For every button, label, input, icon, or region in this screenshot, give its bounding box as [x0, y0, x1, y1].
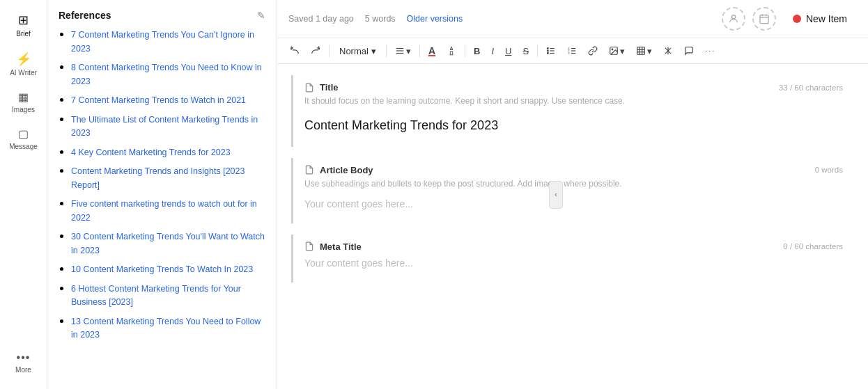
references-header: References ✎: [47, 0, 277, 28]
toolbar-sep-4: [465, 45, 465, 57]
table-chevron-icon: ▾: [647, 46, 652, 56]
word-count: 5 words: [365, 14, 396, 24]
editor-area: Saved 1 day ago 5 words Older versions N…: [277, 0, 868, 389]
top-bar: Saved 1 day ago 5 words Older versions N…: [277, 0, 868, 38]
image-chevron-icon: ▾: [620, 46, 625, 56]
images-icon: ▦: [18, 90, 29, 104]
more-toolbar-button[interactable]: ···: [701, 44, 720, 58]
style-label: Normal: [339, 46, 369, 56]
references-panel: References ✎ 7 Content Marketing Trends …: [47, 0, 277, 389]
title-section-icon: [304, 83, 314, 93]
article-body-title: Article Body: [304, 165, 373, 175]
highlight-button[interactable]: [442, 43, 460, 58]
comment-button[interactable]: [680, 43, 698, 58]
saved-info: Saved 1 day ago: [288, 14, 354, 24]
redo-button[interactable]: [307, 43, 325, 58]
svg-point-14: [548, 50, 549, 51]
svg-rect-1: [760, 15, 768, 24]
toolbar-sep-5: [537, 45, 538, 57]
toolbar: Normal ▾ ▾ A B I U S 123 ▾: [277, 38, 868, 64]
formula-button[interactable]: [659, 43, 677, 58]
title-hint: It should focus on the learning outcome.…: [293, 95, 854, 113]
reference-link[interactable]: 10 Content Marketing Trends To Watch In …: [71, 264, 253, 274]
sidebar-item-message[interactable]: ▢ Message: [4, 123, 43, 154]
table-button[interactable]: ▾: [632, 43, 656, 59]
article-body-section: Article Body 0 words Use subheadings and…: [291, 158, 854, 223]
reference-link[interactable]: 30 Content Marketing Trends You'll Want …: [71, 232, 265, 255]
align-button[interactable]: ▾: [391, 43, 415, 59]
meta-title-content-area[interactable]: Your content goes here...: [293, 255, 854, 283]
align-chevron-icon: ▾: [406, 46, 411, 56]
toolbar-sep-1: [329, 45, 330, 57]
reference-link[interactable]: Five content marketing trends to watch o…: [71, 199, 257, 223]
italic-button[interactable]: I: [487, 43, 498, 59]
meta-title-char-count: 0 / 60 characters: [783, 242, 843, 251]
meta-title-icon: [304, 241, 314, 251]
reference-link[interactable]: 13 Content Marketing Trends You Need to …: [71, 317, 261, 340]
article-body-content-area[interactable]: Your content goes here...: [293, 196, 854, 223]
content-area: Title 33 / 60 characters It should focus…: [277, 64, 868, 389]
link-button[interactable]: [584, 43, 602, 58]
ai-writer-icon: ⚡: [16, 51, 31, 67]
undo-button[interactable]: [286, 43, 304, 58]
numbered-list-button[interactable]: 123: [563, 43, 581, 58]
style-dropdown[interactable]: Normal ▾: [334, 43, 382, 59]
reference-link[interactable]: The Ultimate List of Content Marketing T…: [71, 115, 258, 138]
references-title: References: [59, 10, 111, 21]
font-color-button[interactable]: A: [424, 42, 440, 59]
article-body-header: Article Body 0 words: [293, 158, 854, 178]
title-section-header: Title 33 / 60 characters: [293, 75, 854, 95]
svg-point-23: [612, 49, 613, 50]
calendar-icon[interactable]: [752, 7, 776, 31]
message-icon: ▢: [18, 127, 29, 141]
references-list: 7 Content Marketing Trends You Can't Ign…: [47, 28, 277, 389]
reference-link[interactable]: Content Marketing Trends and Insights [2…: [71, 166, 245, 190]
toolbar-sep-2: [386, 45, 387, 57]
article-body-word-count: 0 words: [815, 166, 843, 174]
meta-title-section: Meta Title 0 / 60 characters Your conten…: [291, 235, 854, 283]
svg-rect-8: [450, 51, 453, 55]
reference-link[interactable]: 4 Key Content Marketing Trends for 2023: [71, 148, 231, 157]
title-content-area[interactable]: Content Marketing Trends for 2023: [293, 113, 854, 147]
reference-link[interactable]: 7 Content Marketing Trends You Can't Ign…: [71, 30, 254, 54]
bold-button[interactable]: B: [470, 43, 484, 59]
edit-icon[interactable]: ✎: [257, 10, 265, 21]
meta-title-title: Meta Title: [304, 241, 362, 252]
new-item-button[interactable]: New Item: [783, 9, 857, 29]
title-section: Title 33 / 60 characters It should focus…: [291, 75, 854, 147]
article-body-hint: Use subheadings and bullets to keep the …: [293, 178, 854, 196]
reference-link[interactable]: 7 Content Marketing Trends to Watch in 2…: [71, 95, 246, 105]
title-char-count: 33 / 60 characters: [779, 84, 843, 92]
svg-text:3: 3: [568, 51, 570, 55]
meta-title-header: Meta Title 0 / 60 characters: [293, 235, 854, 255]
older-versions-link[interactable]: Older versions: [407, 14, 463, 24]
title-section-title: Title: [304, 82, 339, 93]
underline-button[interactable]: U: [501, 43, 516, 59]
svg-point-15: [548, 53, 549, 54]
brief-icon: ⊞: [18, 13, 29, 28]
sidebar-item-brief[interactable]: ⊞ Brief: [4, 8, 43, 42]
top-bar-right: New Item: [722, 7, 857, 31]
new-item-label: New Item: [806, 13, 847, 24]
sidebar-item-more[interactable]: ••• More: [4, 347, 43, 378]
user-avatar[interactable]: [722, 7, 745, 31]
reference-link[interactable]: 8 Content Marketing Trends You Need to K…: [71, 63, 262, 86]
svg-rect-24: [637, 47, 645, 55]
bullet-list-button[interactable]: [542, 43, 560, 58]
svg-point-13: [548, 48, 549, 49]
font-color-icon: A: [428, 45, 435, 56]
more-icon: •••: [17, 351, 31, 364]
top-bar-left: Saved 1 day ago 5 words Older versions: [288, 14, 463, 24]
image-button[interactable]: ▾: [605, 43, 629, 59]
sidebar: ⊞ Brief ⚡ AI Writer ▦ Images ▢ Message •…: [0, 0, 47, 389]
sidebar-item-images[interactable]: ▦ Images: [4, 86, 43, 118]
new-item-dot: [793, 15, 801, 23]
collapse-panel-button[interactable]: ‹: [549, 181, 563, 209]
sidebar-item-ai-writer[interactable]: ⚡ AI Writer: [4, 47, 43, 81]
strikethrough-button[interactable]: S: [518, 43, 533, 59]
reference-link[interactable]: 6 Hottest Content Marketing Trends for Y…: [71, 284, 241, 308]
svg-point-0: [731, 15, 735, 19]
toolbar-sep-3: [419, 45, 420, 57]
article-body-icon: [304, 165, 314, 175]
chevron-down-icon: ▾: [371, 46, 376, 56]
